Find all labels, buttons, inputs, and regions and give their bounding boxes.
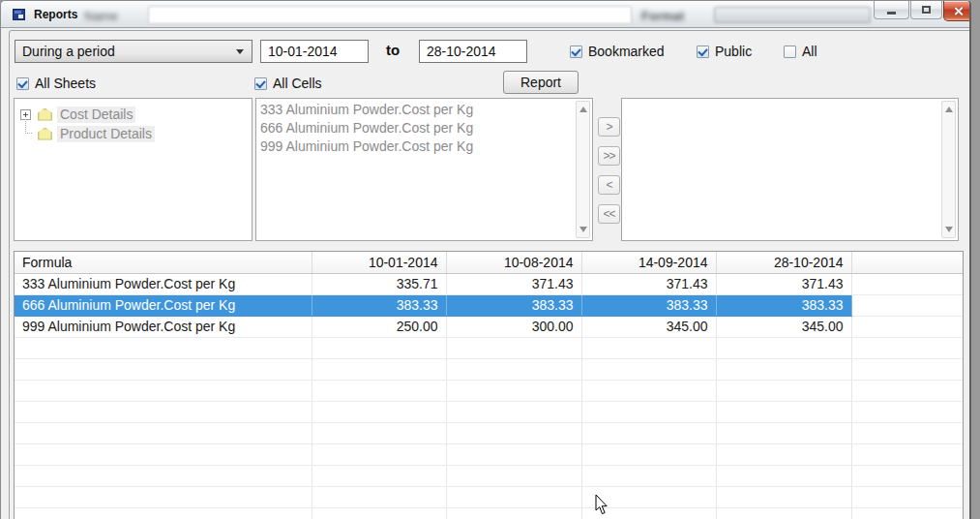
results-table[interactable]: Formula10-01-201410-08-201414-09-201428-…: [14, 251, 964, 519]
scroll-down-icon[interactable]: [945, 227, 953, 232]
available-cells-list[interactable]: 333 Aluminium Powder.Cost per Kg666 Alum…: [255, 98, 593, 241]
empty-cell: [851, 465, 963, 486]
all-cells-checkbox[interactable]: [254, 77, 267, 90]
list-item[interactable]: 999 Aluminium Powder.Cost per Kg: [260, 137, 573, 156]
name-input[interactable]: [148, 6, 632, 24]
move-all-left-button[interactable]: <<: [598, 204, 620, 224]
empty-cell: [581, 380, 716, 401]
list-item[interactable]: 666 Aluminium Powder.Cost per Kg: [260, 119, 573, 137]
empty-cell: [15, 443, 312, 465]
filler-cell: [851, 316, 963, 337]
empty-row[interactable]: [15, 380, 963, 401]
column-header[interactable]: 14-09-2014: [581, 252, 716, 273]
minimize-icon: [887, 12, 896, 15]
table-header-row[interactable]: Formula10-01-201410-08-201414-09-201428-…: [15, 252, 963, 273]
close-button[interactable]: [943, 1, 971, 21]
empty-cell: [851, 507, 963, 519]
filler-cell: [851, 294, 963, 316]
move-all-right-button[interactable]: >>: [598, 146, 620, 166]
empty-cell: [716, 401, 851, 422]
empty-cell: [15, 422, 312, 443]
value-cell: 383.33: [716, 294, 851, 316]
format-dropdown[interactable]: [714, 7, 871, 23]
empty-row[interactable]: [15, 486, 963, 507]
table-row[interactable]: 999 Aluminium Powder.Cost per Kg250.0030…: [15, 316, 963, 337]
move-left-button[interactable]: <: [598, 175, 620, 195]
formula-cell: 999 Aluminium Powder.Cost per Kg: [15, 316, 312, 337]
empty-cell: [716, 358, 851, 380]
empty-cell: [312, 443, 446, 465]
empty-cell: [15, 465, 312, 486]
close-icon: [953, 6, 964, 16]
empty-cell: [312, 337, 446, 358]
column-header[interactable]: 10-01-2014: [312, 252, 446, 273]
blurred-format-label: Format: [641, 9, 684, 23]
app-icon: [13, 9, 25, 20]
public-checkbox[interactable]: [697, 46, 709, 58]
empty-row[interactable]: [15, 422, 963, 443]
scroll-down-icon[interactable]: [579, 227, 587, 232]
expand-plus-icon[interactable]: [20, 109, 31, 120]
selected-cells-list[interactable]: [621, 98, 959, 241]
scroll-up-icon[interactable]: [579, 107, 587, 112]
all-checkbox[interactable]: [784, 46, 796, 58]
empty-cell: [581, 507, 716, 519]
empty-cell: [446, 422, 581, 443]
empty-cell: [15, 337, 312, 358]
tree-item[interactable]: Cost Details: [15, 105, 252, 124]
empty-cell: [446, 337, 581, 358]
empty-row[interactable]: [15, 465, 963, 486]
table-row[interactable]: 333 Aluminium Powder.Cost per Kg335.7137…: [15, 273, 963, 294]
move-right-button[interactable]: >: [598, 117, 620, 137]
column-header[interactable]: 10-08-2014: [446, 252, 581, 273]
window-title: Reports: [34, 8, 77, 21]
value-cell: 345.00: [581, 316, 716, 337]
table-row[interactable]: 666 Aluminium Powder.Cost per Kg383.3338…: [15, 294, 963, 316]
sheets-tree[interactable]: Cost DetailsProduct Details: [14, 98, 252, 241]
empty-cell: [446, 486, 581, 507]
empty-cell: [851, 358, 963, 380]
period-dropdown[interactable]: During a period: [15, 40, 252, 63]
empty-cell: [581, 443, 716, 465]
formula-cell: 666 Aluminium Powder.Cost per Kg: [15, 294, 312, 316]
empty-cell: [15, 380, 312, 401]
empty-cell: [851, 422, 963, 443]
empty-row[interactable]: [15, 443, 963, 465]
reports-window: Reports Name Format During a period 10-0…: [0, 0, 971, 519]
empty-cell: [716, 422, 851, 443]
tree-item-label: Cost Details: [57, 107, 135, 123]
value-cell: 383.33: [312, 294, 446, 316]
empty-cell: [851, 486, 963, 507]
empty-cell: [716, 337, 851, 358]
empty-cell: [312, 422, 446, 443]
value-cell: 335.71: [312, 273, 446, 294]
list-item[interactable]: 333 Aluminium Powder.Cost per Kg: [260, 101, 573, 119]
date-from-field[interactable]: 10-01-2014: [260, 40, 369, 63]
value-cell: 345.00: [716, 316, 851, 337]
tree-item[interactable]: Product Details: [15, 124, 252, 143]
titlebar[interactable]: Reports Name Format: [1, 1, 969, 28]
date-to-field[interactable]: 28-10-2014: [419, 40, 527, 63]
empty-cell: [446, 380, 581, 401]
empty-cell: [312, 380, 446, 401]
column-header-filler: [851, 252, 963, 273]
all-sheets-checkbox[interactable]: [16, 77, 29, 90]
minimize-button[interactable]: [874, 1, 909, 19]
column-header[interactable]: Formula: [15, 252, 312, 273]
scroll-up-icon[interactable]: [945, 107, 953, 112]
all-sheets-label: All Sheets: [35, 76, 96, 91]
empty-row[interactable]: [15, 358, 963, 380]
value-cell: 383.33: [446, 294, 581, 316]
maximize-button[interactable]: [910, 1, 942, 19]
empty-row[interactable]: [15, 337, 963, 358]
column-header[interactable]: 28-10-2014: [716, 252, 851, 273]
report-button[interactable]: Report: [503, 71, 579, 94]
empty-row[interactable]: [15, 507, 963, 519]
empty-cell: [851, 443, 963, 465]
empty-row[interactable]: [15, 401, 963, 422]
value-cell: 383.33: [581, 294, 716, 316]
scrollbar[interactable]: [576, 101, 590, 238]
scrollbar[interactable]: [941, 101, 956, 238]
empty-cell: [312, 465, 446, 486]
bookmarked-checkbox[interactable]: [570, 46, 582, 58]
